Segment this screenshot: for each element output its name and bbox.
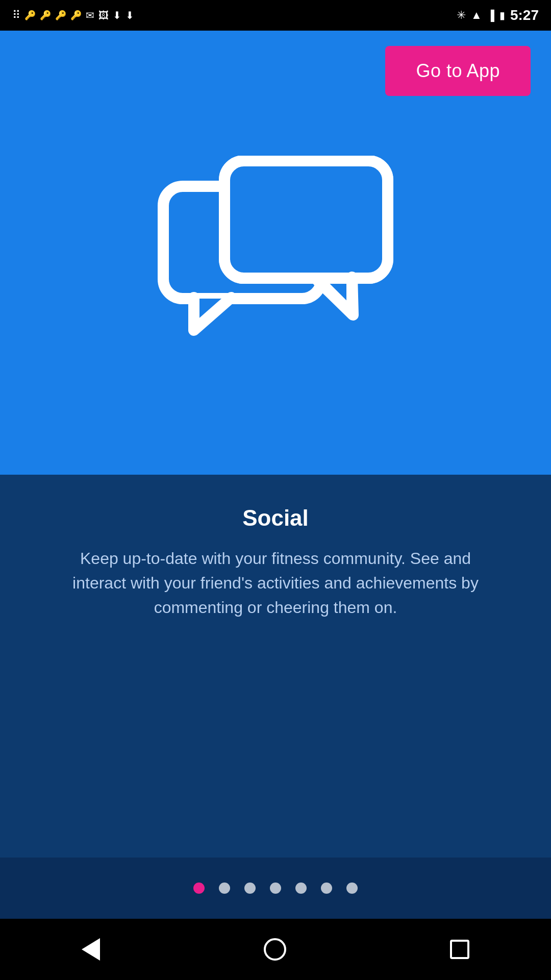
dot-2[interactable] xyxy=(219,883,230,894)
download-icon-2: ⬇ xyxy=(126,9,134,21)
back-button[interactable] xyxy=(82,938,100,961)
gmail-icon: ✉ xyxy=(86,9,94,21)
dot-4[interactable] xyxy=(270,883,281,894)
dot-7[interactable] xyxy=(346,883,358,894)
nav-bar xyxy=(0,919,551,980)
dot-3[interactable] xyxy=(244,883,256,894)
go-to-app-button[interactable]: Go to App xyxy=(385,46,531,96)
status-right-icons: ✳ ▲ ▐ ▮ 5:27 xyxy=(457,7,539,23)
bottom-section: Social Keep up-to-date with your fitness… xyxy=(0,475,551,857)
signal-icon: ▐ xyxy=(487,10,494,21)
image-icon: 🖼 xyxy=(98,10,109,21)
battery-icon: ▮ xyxy=(499,9,505,21)
key-icon-2: 🔑 xyxy=(40,10,51,21)
slide-description: Keep up-to-date with your fitness commun… xyxy=(56,546,495,620)
chat-icon-container xyxy=(153,156,398,370)
status-left-icons: ⠿ 🔑 🔑 🔑 🔑 ✉ 🖼 ⬇ ⬇ xyxy=(12,9,134,22)
key-icon-1: 🔑 xyxy=(24,10,36,21)
dot-5[interactable] xyxy=(295,883,307,894)
svg-rect-3 xyxy=(226,162,387,277)
home-button[interactable] xyxy=(264,938,286,961)
dot-6[interactable] xyxy=(321,883,332,894)
key-icon-4: 🔑 xyxy=(70,10,82,21)
recents-button[interactable] xyxy=(450,940,469,959)
dot-1[interactable] xyxy=(193,883,205,894)
slide-title: Social xyxy=(242,505,309,531)
main-content: Go to App Social Keep xyxy=(0,31,551,919)
notifications-icon: ⠿ xyxy=(12,9,20,22)
status-time: 5:27 xyxy=(510,7,539,23)
status-bar: ⠿ 🔑 🔑 🔑 🔑 ✉ 🖼 ⬇ ⬇ ✳ ▲ ▐ ▮ 5:27 xyxy=(0,0,551,31)
top-section: Go to App xyxy=(0,31,551,475)
bluetooth-icon: ✳ xyxy=(457,9,466,22)
wifi-icon: ▲ xyxy=(471,9,482,22)
chat-bubbles-icon xyxy=(153,156,398,370)
key-icon-3: 🔑 xyxy=(55,10,66,21)
pagination-dots xyxy=(0,857,551,919)
download-icon-1: ⬇ xyxy=(113,9,121,21)
